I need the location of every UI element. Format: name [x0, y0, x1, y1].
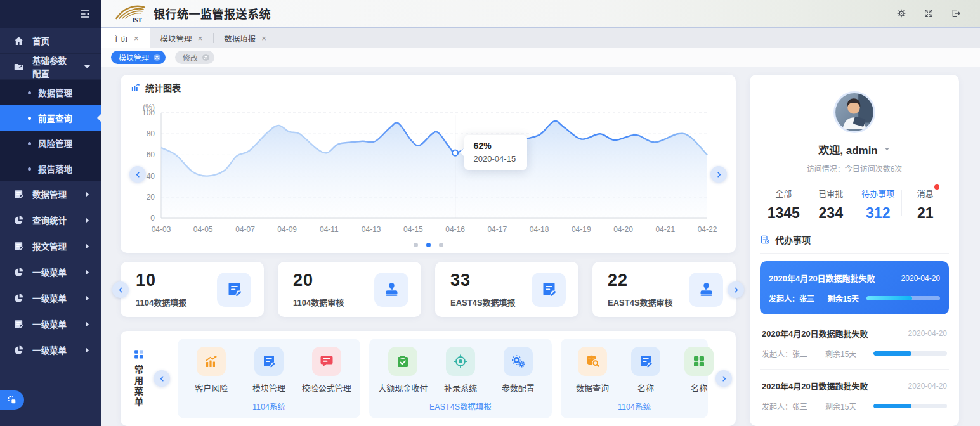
todo-remaining: 剩余15天	[825, 348, 867, 359]
profile-stat-3[interactable]: 消息21	[902, 187, 950, 222]
sidebar-item-6[interactable]: 一级菜单	[0, 285, 101, 311]
profile-stat-label: 全部	[775, 187, 792, 199]
profile-stat-1[interactable]: 已审批234	[807, 187, 855, 222]
stats-prev-button[interactable]	[112, 281, 129, 298]
sidebar-item-8[interactable]: 一级菜单	[0, 337, 101, 363]
chart-next-button[interactable]	[710, 166, 727, 183]
todo-item-1[interactable]: 2020年4月20日数据跑批失败2020-04-20发起人：张三剩余15天	[760, 317, 949, 369]
sidebar-item-4[interactable]: 报文管理	[0, 233, 101, 259]
folder-doc-icon	[13, 61, 24, 72]
theme-switcher-button[interactable]	[0, 390, 24, 410]
caret-right-icon	[82, 345, 93, 356]
carousel-dot-2[interactable]	[439, 243, 443, 247]
svg-text:40: 40	[147, 172, 155, 181]
pie-icon	[13, 345, 24, 356]
tab-1[interactable]: 模块管理×	[150, 28, 214, 48]
bullet-dot-icon	[28, 142, 31, 145]
profile-stat-value: 1345	[760, 205, 807, 222]
svg-text:(%): (%)	[143, 104, 155, 112]
stats-next-button[interactable]	[728, 281, 744, 298]
quick-menu-item-0-1[interactable]: 模块管理	[242, 347, 296, 394]
tab-2[interactable]: 数据填报×	[213, 28, 277, 48]
todo-item-0[interactable]: 2020年4月20日数据跑批失败2020-04-20发起人：张三剩余15天	[760, 261, 949, 314]
sidebar-item-7[interactable]: 一级菜单	[0, 311, 101, 337]
bar-chart-icon	[131, 82, 140, 92]
chevron-left-icon	[134, 171, 142, 179]
profile-stat-0[interactable]: 全部1345	[760, 187, 807, 222]
filter-chip-0[interactable]: 模块管理	[111, 51, 166, 64]
stat-card-1[interactable]: 201104数据审核	[278, 262, 421, 317]
sidebar-item-label: 数据管理	[32, 188, 67, 200]
sidebar-item-2[interactable]: 数据管理	[0, 181, 101, 207]
quick-menu-item-label: 名称	[691, 382, 707, 394]
label-line	[498, 406, 521, 406]
stat-card-2[interactable]: 33EAST4S数据填报	[435, 262, 578, 317]
logout-icon[interactable]	[951, 8, 961, 18]
stat-value: 10	[136, 271, 186, 290]
chart-tooltip: 62%2020-04-15	[464, 135, 528, 170]
quick-menu-item-label: 补录系统	[444, 382, 477, 394]
sidebar-subitem-label: 风险管理	[38, 137, 72, 150]
quick-menu-item-0-2[interactable]: 校验公式管理	[300, 347, 353, 394]
svg-text:04-17: 04-17	[487, 225, 507, 234]
sidebar-item-label: 基础参数配置	[32, 54, 74, 79]
doc-edit-icon	[13, 189, 24, 200]
sidebar-item-1[interactable]: 基础参数配置	[0, 54, 101, 80]
sidebar-subitem-1-3[interactable]: 报告落地	[0, 156, 101, 181]
bullet-dot-icon	[28, 117, 31, 120]
main-wrapper: IST 银行统一监管报送系统 主页×模块管理×数据填报× 模块管理修改 统计图表…	[101, 0, 980, 426]
quick-menu-item-1-2[interactable]: 参数配置	[492, 347, 545, 394]
user-avatar[interactable]	[833, 91, 875, 133]
quick-menu-prev-button[interactable]	[154, 370, 170, 387]
sidebar-subitem-label: 报告落地	[38, 162, 72, 175]
quick-menu-item-2-2[interactable]: 名称	[672, 347, 726, 394]
quick-menu-item-0-0[interactable]: 客户风险	[185, 347, 238, 394]
chart-prev-button[interactable]	[129, 166, 146, 183]
sidebar-subitem-label: 数据管理	[38, 86, 72, 99]
stamp-icon	[383, 281, 400, 298]
stat-card-0[interactable]: 101104数据填报	[121, 262, 264, 317]
sidebar-subitem-1-0[interactable]: 数据管理	[0, 80, 101, 105]
todo-item-title: 2020年4月20日数据跑批失败	[762, 380, 868, 392]
todo-item-2[interactable]: 2020年4月20日数据跑批失败2020-04-20发起人：张三剩余15天	[760, 369, 949, 422]
quick-menu-item-1-1[interactable]: 补录系统	[434, 347, 487, 394]
chip-close-icon[interactable]	[153, 53, 161, 61]
sidebar-item-0[interactable]: 首页	[0, 28, 101, 54]
sidebar-item-5[interactable]: 一级菜单	[0, 259, 101, 285]
caret-right-icon	[82, 267, 93, 278]
sidebar-subitem-1-2[interactable]: 风险管理	[0, 131, 101, 156]
svg-text:0: 0	[150, 214, 155, 223]
chip-close-icon[interactable]	[202, 53, 210, 61]
fullscreen-icon[interactable]	[924, 8, 934, 18]
svg-text:04-13: 04-13	[362, 225, 381, 234]
caret-down-icon[interactable]	[884, 146, 891, 153]
tab-close-icon[interactable]: ×	[198, 34, 203, 42]
quick-menu-item-label: 数据查询	[576, 382, 609, 394]
sidebar-subitem-1-1[interactable]: 前置查询	[0, 105, 101, 131]
quick-menu-group-0: 客户风险模块管理校验公式管理1104系统	[178, 339, 360, 418]
label-line	[292, 406, 315, 406]
carousel-dot-0[interactable]	[414, 243, 418, 247]
profile-stat-2[interactable]: 待办事项312	[854, 187, 902, 222]
collapse-menu-icon[interactable]	[79, 8, 91, 20]
todo-list-icon	[760, 235, 770, 245]
tab-close-icon[interactable]: ×	[134, 34, 139, 42]
chart-body: 020406080100(%)04-0304-0504-0704-0904-11…	[124, 104, 732, 242]
quick-menu-next-button[interactable]	[715, 370, 732, 387]
quick-menu-item-2-1[interactable]: 名称	[619, 347, 672, 394]
stat-value: 22	[608, 271, 673, 290]
quick-menu-item-2-0[interactable]: 数据查询	[566, 347, 619, 394]
sidebar-item-3[interactable]: 查询统计	[0, 207, 101, 233]
pie-icon	[13, 267, 24, 278]
quick-menu-item-1-0[interactable]: 大额现金收付	[376, 347, 429, 394]
carousel-dots	[121, 243, 736, 247]
settings-icon[interactable]	[896, 8, 906, 18]
tab-close-icon[interactable]: ×	[261, 34, 266, 42]
filter-chip-1[interactable]: 修改	[175, 51, 214, 64]
app-title: 银行统一监管报送系统	[154, 5, 271, 22]
svg-text:04-16: 04-16	[445, 225, 465, 234]
stat-card-3[interactable]: 22EAST4S数据审核	[592, 262, 736, 317]
tab-0[interactable]: 主页×	[101, 28, 150, 48]
carousel-dot-1[interactable]	[426, 243, 431, 247]
todo-item-3[interactable]: 2020年4月20日数据跑批失败2020-04-20发起人：张三剩余4天	[760, 422, 949, 426]
